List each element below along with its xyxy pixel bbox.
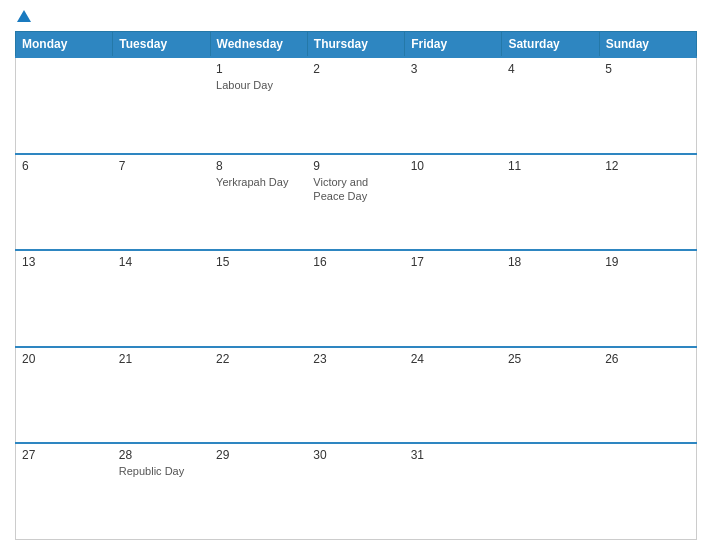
calendar-cell: 18 — [502, 250, 599, 347]
logo — [15, 10, 31, 23]
day-number: 11 — [508, 159, 593, 173]
day-number: 29 — [216, 448, 301, 462]
day-number: 16 — [313, 255, 398, 269]
calendar-week-row: 1Labour Day2345 — [16, 57, 697, 154]
day-number: 2 — [313, 62, 398, 76]
calendar-cell: 29 — [210, 443, 307, 540]
holiday-label: Labour Day — [216, 78, 301, 92]
day-number: 25 — [508, 352, 593, 366]
day-number: 19 — [605, 255, 690, 269]
calendar-cell: 14 — [113, 250, 210, 347]
calendar-cell: 13 — [16, 250, 113, 347]
day-number: 5 — [605, 62, 690, 76]
day-number: 6 — [22, 159, 107, 173]
calendar-cell: 31 — [405, 443, 502, 540]
day-number: 28 — [119, 448, 204, 462]
calendar-cell: 20 — [16, 347, 113, 444]
calendar-cell: 4 — [502, 57, 599, 154]
holiday-label: Republic Day — [119, 464, 204, 478]
day-number: 31 — [411, 448, 496, 462]
calendar-cell: 27 — [16, 443, 113, 540]
header-day-sunday: Sunday — [599, 32, 696, 58]
day-number: 9 — [313, 159, 398, 173]
header-day-tuesday: Tuesday — [113, 32, 210, 58]
calendar-cell: 10 — [405, 154, 502, 251]
calendar-cell: 15 — [210, 250, 307, 347]
header-day-friday: Friday — [405, 32, 502, 58]
calendar-cell: 19 — [599, 250, 696, 347]
holiday-label: Victory and Peace Day — [313, 175, 398, 204]
header-day-saturday: Saturday — [502, 32, 599, 58]
day-number: 18 — [508, 255, 593, 269]
calendar-cell: 25 — [502, 347, 599, 444]
day-number: 12 — [605, 159, 690, 173]
day-number: 30 — [313, 448, 398, 462]
day-number: 14 — [119, 255, 204, 269]
calendar-cell: 6 — [16, 154, 113, 251]
calendar-cell: 9Victory and Peace Day — [307, 154, 404, 251]
day-number: 22 — [216, 352, 301, 366]
calendar-cell: 3 — [405, 57, 502, 154]
calendar-cell: 8Yerkrapah Day — [210, 154, 307, 251]
day-number: 13 — [22, 255, 107, 269]
header — [15, 10, 697, 23]
calendar-cell: 11 — [502, 154, 599, 251]
day-number: 7 — [119, 159, 204, 173]
calendar-week-row: 13141516171819 — [16, 250, 697, 347]
day-number: 1 — [216, 62, 301, 76]
day-number: 15 — [216, 255, 301, 269]
calendar-cell: 12 — [599, 154, 696, 251]
day-number: 8 — [216, 159, 301, 173]
header-day-monday: Monday — [16, 32, 113, 58]
day-number: 20 — [22, 352, 107, 366]
holiday-label: Yerkrapah Day — [216, 175, 301, 189]
calendar-cell: 26 — [599, 347, 696, 444]
calendar-cell: 7 — [113, 154, 210, 251]
calendar-cell: 28Republic Day — [113, 443, 210, 540]
calendar-cell: 16 — [307, 250, 404, 347]
day-number: 27 — [22, 448, 107, 462]
header-day-wednesday: Wednesday — [210, 32, 307, 58]
day-number: 26 — [605, 352, 690, 366]
calendar-cell — [113, 57, 210, 154]
calendar-cell: 21 — [113, 347, 210, 444]
header-day-thursday: Thursday — [307, 32, 404, 58]
calendar-header-row: MondayTuesdayWednesdayThursdayFridaySatu… — [16, 32, 697, 58]
calendar-cell: 23 — [307, 347, 404, 444]
calendar-page: MondayTuesdayWednesdayThursdayFridaySatu… — [0, 0, 712, 550]
calendar-cell — [599, 443, 696, 540]
calendar-table: MondayTuesdayWednesdayThursdayFridaySatu… — [15, 31, 697, 540]
calendar-cell — [502, 443, 599, 540]
day-number: 23 — [313, 352, 398, 366]
calendar-cell: 30 — [307, 443, 404, 540]
day-number: 10 — [411, 159, 496, 173]
calendar-week-row: 20212223242526 — [16, 347, 697, 444]
calendar-cell: 22 — [210, 347, 307, 444]
calendar-cell: 24 — [405, 347, 502, 444]
logo-triangle-icon — [17, 10, 31, 22]
calendar-cell: 1Labour Day — [210, 57, 307, 154]
day-number: 4 — [508, 62, 593, 76]
day-number: 21 — [119, 352, 204, 366]
calendar-cell — [16, 57, 113, 154]
calendar-cell: 2 — [307, 57, 404, 154]
calendar-week-row: 2728Republic Day293031 — [16, 443, 697, 540]
day-number: 3 — [411, 62, 496, 76]
calendar-week-row: 678Yerkrapah Day9Victory and Peace Day10… — [16, 154, 697, 251]
day-number: 17 — [411, 255, 496, 269]
calendar-cell: 5 — [599, 57, 696, 154]
day-number: 24 — [411, 352, 496, 366]
calendar-cell: 17 — [405, 250, 502, 347]
